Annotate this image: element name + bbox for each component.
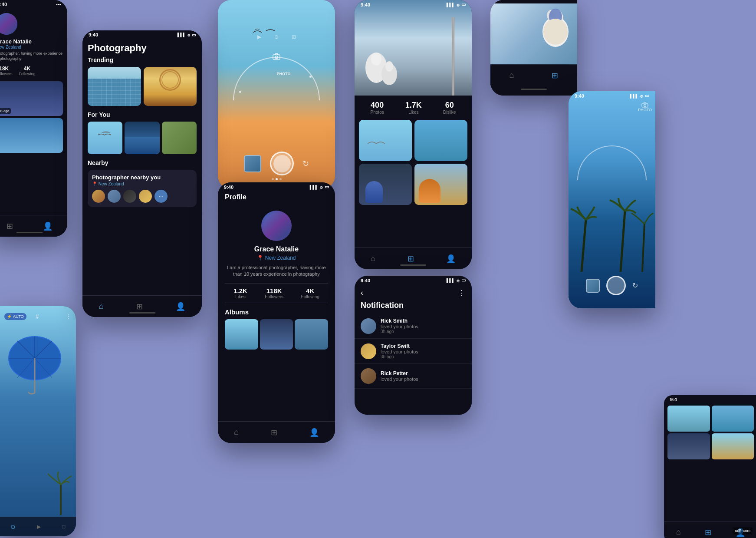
bird-time: 9:40 xyxy=(361,2,370,7)
notif-avatar-rick-petter xyxy=(361,368,376,384)
right-3-thumb-1[interactable] xyxy=(667,406,710,432)
left-status-icons: ▪▪▪ xyxy=(56,2,61,7)
tp-nav-grid-icon[interactable]: ⊞ xyxy=(552,71,558,80)
right-cam-thumb[interactable] xyxy=(586,279,600,293)
notif-name-3: Rick Petter xyxy=(381,370,466,376)
for-you-bird-img[interactable] xyxy=(162,122,197,154)
r3-grid-icon[interactable]: ⊞ xyxy=(705,528,711,537)
options-button[interactable]: ⋮ xyxy=(458,289,466,297)
profile-nav-home-icon[interactable]: ⌂ xyxy=(234,428,239,437)
left-nav-person-icon[interactable]: 👤 xyxy=(43,221,53,231)
back-button[interactable]: ‹ xyxy=(361,288,363,297)
nav-grid-icon[interactable]: ⊞ xyxy=(136,302,143,311)
building-grid-overlay xyxy=(88,79,141,106)
bird-stats-screen: 9:40 ▌▌▌ ⌾ ▭ 400 Photos 1.7K Likes 60 xyxy=(355,0,472,269)
shutter-inner xyxy=(273,155,291,172)
notif-header: ‹ ⋮ xyxy=(355,285,472,299)
for-you-wave-img[interactable] xyxy=(125,122,159,154)
top-partial-status xyxy=(490,0,577,3)
phone-top-partial: ⌂ ⊞ xyxy=(490,0,577,96)
bird-gallery-4[interactable] xyxy=(414,164,467,205)
profile-nav-person-icon[interactable]: 👤 xyxy=(309,428,319,437)
bird-gallery-2[interactable] xyxy=(414,120,467,161)
more-avatars-btn[interactable]: ··· xyxy=(154,190,168,203)
right-shutter-btn[interactable] xyxy=(606,276,626,295)
profile-name: Grace Natalie xyxy=(225,245,328,253)
mode-dot-3 xyxy=(279,178,282,180)
phone-right-3: 9:4 ⌂ ⊞ 👤 xyxy=(664,395,756,538)
umbrella-screen: ⚡ AUTO # ⋮ xyxy=(0,306,76,536)
bird-stat-dislikes: 60 Dislike xyxy=(443,101,456,115)
bird-stat-photos: 400 Photos xyxy=(371,101,384,115)
bird-bottom-nav: ⌂ ⊞ 👤 xyxy=(355,248,472,269)
right-3-thumb-3[interactable] xyxy=(667,433,710,459)
albums-section: Albums xyxy=(225,308,328,350)
nearby-avatar-3[interactable] xyxy=(123,190,136,203)
right-3-thumb-2[interactable] xyxy=(712,406,754,432)
nearby-avatar-2[interactable] xyxy=(108,190,121,203)
for-you-sky-img[interactable] xyxy=(88,122,122,154)
trending-label: Trending xyxy=(88,56,197,63)
svg-point-24 xyxy=(644,105,646,107)
right-3-thumb-4[interactable] xyxy=(712,433,754,459)
stat-likes: 1.2K Likes xyxy=(233,287,247,299)
shutter-button[interactable] xyxy=(270,152,294,175)
phone-profile: 9:40 ▌▌▌ ⌾ ▭ Profile Grace Natalie 📍 New… xyxy=(218,182,335,443)
album-thumb-1[interactable] xyxy=(225,319,258,350)
main-scroll-indicator xyxy=(129,312,155,314)
bird-wifi-icon: ⌾ xyxy=(457,2,460,7)
top-partial-hero xyxy=(490,3,577,64)
notif-text-1: Rick Smith loved your photos 3h ago xyxy=(381,318,466,334)
bird-gallery-3[interactable] xyxy=(359,164,412,205)
watermark: ui老·com xyxy=(733,527,753,535)
notif-battery-icon: ▭ xyxy=(461,277,466,283)
bird-scroll-indicator xyxy=(400,264,426,266)
right-cam-status-icons: ▌▌▌ ⌾ ▭ xyxy=(630,93,649,99)
nearby-avatar-1[interactable] xyxy=(92,190,105,203)
top-partial-screen: ⌂ ⊞ xyxy=(490,0,577,96)
bird-nav-grid-icon[interactable]: ⊞ xyxy=(408,254,414,264)
hashtag-icon[interactable]: # xyxy=(36,313,39,320)
nearby-label: Nearby xyxy=(88,159,197,166)
mode-dot-1 xyxy=(272,178,274,180)
nav-profile-icon[interactable]: 👤 xyxy=(176,302,185,311)
flip-camera-icon[interactable]: ↻ xyxy=(302,159,309,168)
umbrella-options-icon[interactable]: ⋮ xyxy=(66,313,72,320)
camera-screen: PHOTO ▶ ⊙ ⊞ ↻ xyxy=(218,0,335,189)
camera-last-photo-thumb[interactable] xyxy=(244,155,261,172)
nearby-avatars: ··· xyxy=(92,190,192,203)
album-thumb-2[interactable] xyxy=(260,319,293,350)
right-cam-overlay: ↻ xyxy=(569,91,655,308)
trending-img-building[interactable] xyxy=(88,67,141,106)
right-flip-icon[interactable]: ↻ xyxy=(632,281,638,290)
bird-gallery-1[interactable] xyxy=(359,120,412,161)
profile-avatar-inner xyxy=(261,211,292,241)
umbrella-nav-camera-icon[interactable]: ⊙ xyxy=(10,523,16,530)
bird-status-icons: ▌▌▌ ⌾ ▭ xyxy=(447,2,466,7)
metal-pole xyxy=(452,17,454,96)
ferris-wheel-photo xyxy=(144,67,197,106)
album-thumb-3[interactable] xyxy=(295,319,328,350)
right-3-gallery xyxy=(667,406,754,459)
bird-silhouette-icon xyxy=(98,133,111,137)
tp-nav-home-icon[interactable]: ⌂ xyxy=(509,71,514,80)
dislikes-label: Dislike xyxy=(443,110,456,115)
trending-img-ferris[interactable] xyxy=(144,67,197,106)
right-camera-screen: 9:40 ▌▌▌ ⌾ ▭ PHOTO xyxy=(569,91,655,308)
bird-nav-profile-icon[interactable]: 👤 xyxy=(446,254,456,264)
umbrella-nav-video-icon[interactable]: ▶ xyxy=(37,524,41,530)
nav-home-icon[interactable]: ⌂ xyxy=(99,302,104,311)
notif-time: 9:40 xyxy=(361,278,370,283)
notif-item-2: Taylor Swift loved your photos 3h ago xyxy=(355,339,472,364)
profile-avatar xyxy=(261,211,292,241)
umbrella-nav-photo-icon[interactable]: □ xyxy=(62,524,65,530)
notif-name-2: Taylor Swift xyxy=(381,343,466,349)
profile-nav-grid-icon[interactable]: ⊞ xyxy=(271,428,277,437)
bird-nav-home-icon[interactable]: ⌂ xyxy=(371,254,375,263)
left-nav-grid-icon[interactable]: ⊞ xyxy=(7,221,13,231)
left-thumb-lego: #Lego xyxy=(0,81,63,116)
nearby-avatar-4[interactable] xyxy=(139,190,152,203)
r3-home-icon[interactable]: ⌂ xyxy=(676,528,681,537)
battery-icon: ▭ xyxy=(192,33,196,37)
main-time: 9:40 xyxy=(89,32,98,37)
